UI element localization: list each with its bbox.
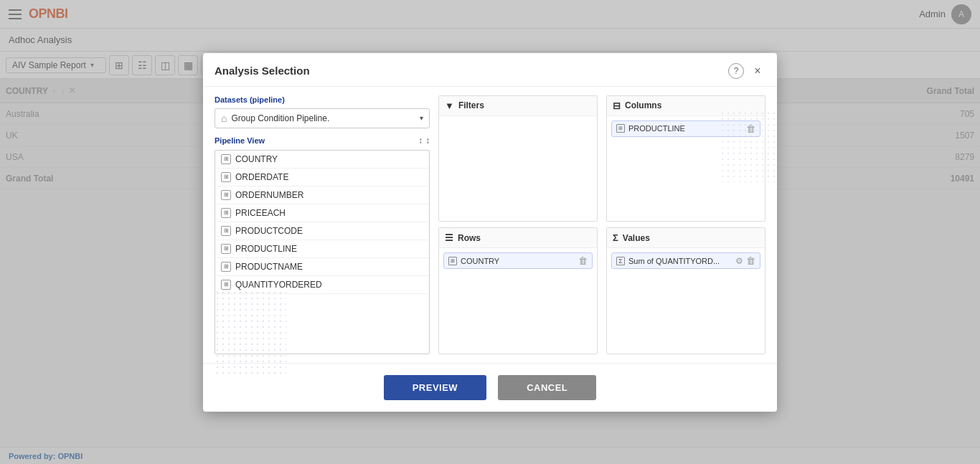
- filters-panel: ▼ Filters: [438, 95, 598, 222]
- close-button[interactable]: ×: [750, 63, 765, 79]
- filters-body[interactable]: [439, 116, 597, 222]
- modal-body: Datasets (pipeline) ⌂ Group Condition Pi…: [203, 87, 777, 363]
- field-name: QUANTITYORDERED: [235, 280, 322, 290]
- field-type-icon: ⊞: [221, 190, 231, 200]
- delete-chip-icon[interactable]: 🗑: [746, 123, 755, 134]
- modal-header: Analysis Selection ? ×: [203, 53, 777, 87]
- filters-label: Filters: [458, 100, 484, 110]
- pipeline-view-controls: ↕ ↕: [418, 136, 430, 146]
- quantityordered-chip[interactable]: Σ Sum of QUANTITYORD... ⚙ 🗑: [611, 252, 760, 269]
- sort-asc-icon[interactable]: ↕: [418, 136, 423, 146]
- dataset-value: Group Condition Pipeline.: [231, 113, 420, 123]
- field-item-country[interactable]: ⊞ COUNTRY: [215, 151, 429, 169]
- help-button[interactable]: ?: [728, 63, 744, 79]
- field-type-icon: ⊞: [221, 244, 231, 254]
- field-item-productname[interactable]: ⊞ PRODUCTNAME: [215, 258, 429, 276]
- pipeline-view-header: Pipeline View ↕ ↕: [215, 136, 430, 146]
- field-item-productline[interactable]: ⊞ PRODUCTLINE: [215, 240, 429, 258]
- chip-text: Sum of QUANTITYORD...: [628, 257, 732, 265]
- field-type-icon: ⊞: [221, 154, 231, 164]
- cancel-button[interactable]: CANCEL: [498, 375, 596, 400]
- sigma-icon: Σ: [613, 232, 618, 243]
- country-chip[interactable]: ⊞ COUNTRY 🗑: [443, 252, 593, 269]
- field-type-icon: ⊞: [221, 208, 231, 218]
- gear-icon[interactable]: ⚙: [735, 256, 743, 266]
- columns-header: ⊟ Columns: [607, 96, 765, 116]
- field-name: PRODUCTLINE: [235, 244, 297, 254]
- analysis-selection-modal: Analysis Selection ? × Datasets (pipelin…: [203, 53, 777, 412]
- modal-overlay: Analysis Selection ? × Datasets (pipelin…: [0, 0, 980, 464]
- left-panel: Datasets (pipeline) ⌂ Group Condition Pi…: [215, 95, 430, 354]
- filter-icon: ▼: [445, 100, 454, 111]
- values-label: Values: [623, 233, 650, 243]
- pipeline-view-label: Pipeline View: [215, 136, 265, 145]
- field-name: PRODUCTNAME: [235, 262, 303, 272]
- top-panels-row: ▼ Filters ⊟ Columns: [438, 95, 765, 222]
- rows-label: Rows: [458, 233, 481, 243]
- delete-chip-icon[interactable]: 🗑: [578, 255, 588, 266]
- field-name: PRODUCTCODE: [235, 226, 303, 236]
- rows-body[interactable]: ⊞ COUNTRY 🗑: [439, 248, 597, 354]
- columns-body[interactable]: ⊞ PRODUCTLINE 🗑: [607, 116, 765, 222]
- columns-label: Columns: [625, 100, 661, 110]
- chip-text: PRODUCTLINE: [628, 124, 743, 133]
- columns-icon: ⊟: [613, 100, 621, 111]
- home-icon: ⌂: [221, 113, 227, 124]
- chip-text: COUNTRY: [461, 257, 575, 265]
- field-type-icon: ⊞: [221, 280, 231, 290]
- field-type-icon: ⊞: [221, 262, 231, 272]
- chip-type-icon: Σ: [616, 257, 625, 265]
- field-type-icon: ⊞: [221, 226, 231, 236]
- columns-panel: ⊟ Columns ⊞ PRODUCTLINE 🗑: [606, 95, 765, 222]
- values-panel: Σ Values Σ Sum of QUANTITYORD... ⚙ 🗑: [606, 227, 765, 354]
- field-type-icon: ⊞: [221, 172, 231, 182]
- field-name: ORDERDATE: [235, 172, 288, 182]
- values-header: Σ Values: [607, 228, 765, 248]
- bottom-panels-row: ☰ Rows ⊞ COUNTRY 🗑: [438, 227, 765, 354]
- dataset-dropdown[interactable]: ⌂ Group Condition Pipeline. ▾: [215, 108, 430, 128]
- preview-button[interactable]: PREVIEW: [384, 375, 486, 400]
- delete-chip-icon[interactable]: 🗑: [746, 255, 755, 266]
- productline-chip[interactable]: ⊞ PRODUCTLINE 🗑: [611, 120, 760, 137]
- field-item-quantityordered[interactable]: ⊞ QUANTITYORDERED: [215, 276, 429, 294]
- field-name: ORDERNUMBER: [235, 190, 303, 200]
- values-body[interactable]: Σ Sum of QUANTITYORD... ⚙ 🗑: [607, 248, 765, 354]
- main-content: COUNTRY ↑ ↓ ✕ Grand Total Australia 705 …: [0, 79, 980, 447]
- rows-header: ☰ Rows: [439, 228, 597, 248]
- filters-header: ▼ Filters: [439, 96, 597, 116]
- field-name: PRICEEACH: [235, 208, 286, 218]
- chip-type-icon: ⊞: [616, 124, 625, 133]
- field-item-productcode[interactable]: ⊞ PRODUCTCODE: [215, 222, 429, 240]
- fields-list: ⊞ COUNTRY ⊞ ORDERDATE ⊞ ORDERNUMBER ⊞: [215, 150, 430, 354]
- rows-icon: ☰: [445, 232, 453, 243]
- field-item-priceeach[interactable]: ⊞ PRICEEACH: [215, 204, 429, 222]
- modal-title: Analysis Selection: [215, 65, 728, 77]
- field-item-ordernumber[interactable]: ⊞ ORDERNUMBER: [215, 186, 429, 204]
- modal-footer: PREVIEW CANCEL: [203, 363, 777, 412]
- rows-panel: ☰ Rows ⊞ COUNTRY 🗑: [438, 227, 598, 354]
- sort-desc-icon[interactable]: ↕: [425, 136, 430, 146]
- right-panels: ▼ Filters ⊟ Columns: [438, 95, 765, 354]
- datasets-label: Datasets (pipeline): [215, 95, 430, 104]
- field-name: COUNTRY: [235, 154, 278, 164]
- chevron-down-icon: ▾: [420, 114, 423, 122]
- field-item-orderdate[interactable]: ⊞ ORDERDATE: [215, 169, 429, 186]
- chip-type-icon: ⊞: [448, 257, 457, 265]
